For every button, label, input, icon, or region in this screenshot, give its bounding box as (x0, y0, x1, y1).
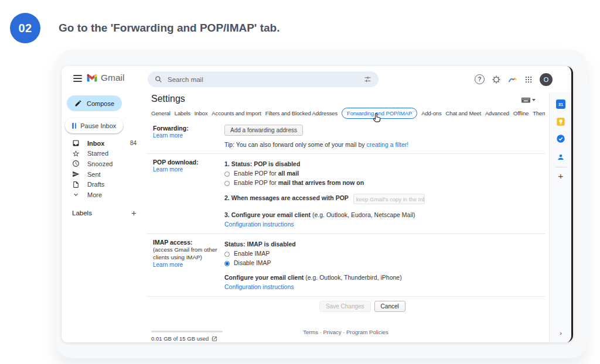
chevron-down-icon (72, 191, 80, 198)
tab-labels[interactable]: Labels (175, 108, 190, 118)
pop-configuration-instructions-link[interactable]: Configuration instructions (224, 221, 294, 228)
sidebar-item-more[interactable]: More (62, 190, 146, 200)
pop-download-section: POP download: Learn more 1. Status: POP … (146, 153, 545, 233)
tab-add-ons[interactable]: Add-ons (421, 108, 441, 118)
inbox-icon (72, 139, 80, 147)
sidebar-item-sent[interactable]: Sent (62, 169, 146, 180)
tab-general[interactable]: General (151, 108, 171, 118)
get-add-ons-icon[interactable]: + (558, 171, 564, 181)
imap-configuration-instructions-link[interactable]: Configuration instructions (224, 283, 294, 290)
pop-learn-more-link[interactable]: Learn more (153, 166, 183, 173)
collapse-panel-icon[interactable]: › (560, 329, 562, 336)
imap-configure-bold: Configure your email client (224, 274, 304, 281)
tab-advanced[interactable]: Advanced (485, 108, 509, 118)
inbox-count: 84 (130, 140, 137, 146)
search-input[interactable]: Search mail (148, 71, 379, 87)
add-forwarding-address-button[interactable]: Add a forwarding address (224, 125, 303, 136)
contacts-icon[interactable] (557, 153, 565, 162)
settings-bottom: 0.01 GB of 15 GB used Terms · Privacy · … (146, 316, 545, 342)
gmail-logo[interactable]: Gmail (86, 73, 124, 83)
tab-inbox[interactable]: Inbox (195, 108, 208, 118)
search-placeholder: Search mail (168, 76, 364, 83)
settings-rows: Forwarding: Learn more Add a forwarding … (146, 120, 545, 342)
radio-pop-all-mail[interactable] (224, 171, 230, 177)
pop-enable-all-mail-option[interactable]: Enable POP for all mail (224, 170, 545, 177)
screenshot-card: Gmail Search mail ? (56, 50, 587, 358)
cancel-button[interactable]: Cancel (374, 301, 405, 312)
tab-accounts-and-import[interactable]: Accounts and Import (212, 108, 261, 118)
radio-pop-from-now[interactable] (224, 181, 230, 186)
account-avatar[interactable]: O (540, 73, 553, 86)
pop-action-select-value: keep Gmail's copy in the Inbox (356, 195, 425, 203)
tab-themes[interactable]: Themes (533, 108, 545, 118)
creating-a-filter-link[interactable]: creating a filter! (366, 141, 408, 148)
tasks-icon[interactable] (556, 134, 565, 143)
imap-disable-option[interactable]: Disable IMAP (224, 259, 545, 267)
gmail-sidebar: Compose Pause Inbox Inbox 84 (62, 92, 146, 342)
forwarding-section: Forwarding: Learn more Add a forwarding … (146, 120, 545, 153)
pause-inbox-label: Pause Inbox (80, 122, 116, 129)
sidebar-item-starred[interactable]: Starred (62, 149, 146, 159)
imap-sublabel: (access Gmail from other clients using I… (153, 246, 217, 260)
calendar-icon[interactable]: 31 (556, 99, 565, 109)
save-changes-button[interactable]: Save Changes (319, 301, 371, 312)
radio-imap-enable[interactable] (224, 252, 230, 257)
footer-links[interactable]: Terms · Privacy · Program Policies (146, 329, 545, 335)
pop-action-select: keep Gmail's copy in the Inbox (353, 194, 425, 204)
sidebar-nav: Inbox 84 Starred (62, 138, 146, 200)
draft-file-icon (72, 181, 80, 188)
imap-access-section: IMAP access: (access Gmail from other cl… (146, 233, 545, 296)
gmail-wordmark: Gmail (101, 73, 124, 83)
forwarding-label: Forwarding: (153, 125, 189, 132)
imap-enable-option[interactable]: Enable IMAP (224, 250, 545, 257)
search-icon[interactable] (155, 75, 162, 83)
settings-gear-icon[interactable] (492, 75, 501, 84)
search-options-icon[interactable] (364, 75, 371, 83)
mouse-cursor (371, 112, 383, 123)
pop-enable-from-now-option[interactable]: Enable POP for mail that arrives from no… (224, 179, 545, 187)
extension-swoosh-icon[interactable] (508, 75, 517, 84)
compose-label: Compose (87, 100, 114, 107)
rail-divider (555, 167, 567, 167)
compose-button[interactable]: Compose (67, 95, 122, 111)
page-title: Settings (151, 94, 185, 104)
gmail-header: Gmail Search mail ? (62, 66, 571, 92)
settings-pane: Settings General Labels Inbox Accounts a… (146, 92, 550, 342)
imap-configure-rest: (e.g. Outlook, Thunderbird, iPhone) (304, 274, 401, 281)
sidebar-item-drafts[interactable]: Drafts (62, 179, 146, 190)
imap-learn-more-link[interactable]: Learn more (153, 262, 183, 268)
imap-status-text: Status: IMAP is disabled (224, 241, 296, 248)
pop-configure-bold: 3. Configure your email client (224, 211, 311, 218)
tab-chat-and-meet[interactable]: Chat and Meet (446, 108, 481, 118)
open-in-new-icon[interactable] (212, 336, 217, 342)
pop-when-label: 2. When messages are accessed with POP (224, 194, 349, 201)
dropdown-caret-icon (532, 99, 536, 101)
hamburger-menu-icon[interactable] (73, 75, 82, 82)
google-apps-grid-icon[interactable] (524, 75, 533, 84)
pause-icon (72, 123, 76, 129)
imap-label: IMAP access: (153, 239, 193, 246)
tab-offline[interactable]: Offline (513, 108, 529, 118)
sidebar-item-snoozed[interactable]: Snoozed (62, 159, 146, 169)
labels-section-header: Labels (62, 207, 146, 219)
input-tools-control[interactable] (521, 97, 536, 103)
keyboard-icon (521, 97, 530, 103)
pop-label: POP download: (153, 159, 198, 166)
keep-icon[interactable] (556, 117, 565, 126)
star-icon (72, 150, 80, 157)
clock-icon (72, 160, 80, 167)
tab-filters-and-blocked-addresses[interactable]: Filters and Blocked Addresses (265, 108, 338, 118)
forwarding-tip-text: Tip: You can also forward only some of y… (224, 141, 366, 148)
pause-inbox-button[interactable]: Pause Inbox (65, 118, 123, 133)
settings-actions: Save Changes Cancel (146, 296, 545, 316)
help-icon[interactable]: ? (475, 74, 485, 84)
step-instruction: Go to the 'Forwarding and POP/IMAP' tab. (59, 22, 279, 35)
pop-configure-rest: (e.g. Outlook, Eudora, Netscape Mail) (311, 211, 415, 218)
settings-tabs: General Labels Inbox Accounts and Import… (151, 107, 545, 119)
add-label-icon[interactable] (130, 210, 138, 217)
forwarding-learn-more-link[interactable]: Learn more (153, 132, 183, 139)
sidebar-item-inbox[interactable]: Inbox 84 (62, 138, 146, 149)
pencil-icon (74, 99, 82, 107)
radio-imap-disable[interactable] (224, 261, 230, 266)
workspace-side-panel: 31 + › (549, 92, 572, 342)
